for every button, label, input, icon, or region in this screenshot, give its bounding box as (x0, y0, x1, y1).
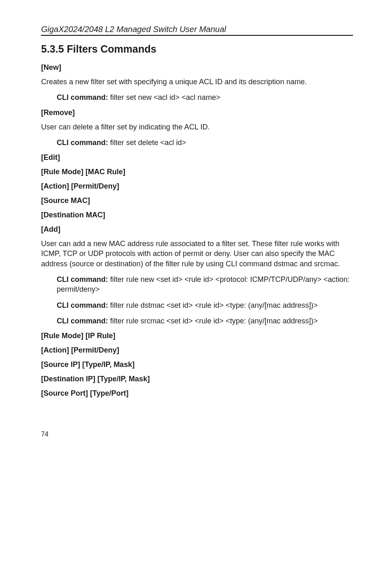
heading-dest-ip: [Destination IP] [Type/IP, Mask] (41, 375, 353, 383)
cli-label: CLI command: (57, 93, 108, 101)
cli-label: CLI command: (57, 138, 108, 147)
heading-add: [Add] (41, 225, 353, 234)
cli-text: filter rule srcmac <set id> <rule id> <t… (108, 317, 318, 325)
heading-new: [New] (41, 63, 353, 72)
heading-source-ip: [Source IP] [Type/IP, Mask] (41, 360, 353, 369)
heading-source-port: [Source Port] [Type/Port] (41, 389, 353, 398)
cli-label: CLI command: (57, 275, 108, 284)
heading-source-mac: [Source MAC] (41, 196, 353, 205)
cli-text: filter set delete <acl id> (108, 138, 186, 147)
heading-edit: [Edit] (41, 153, 353, 162)
heading-rule-mode-mac: [Rule Mode] [MAC Rule] (41, 168, 353, 176)
cli-label: CLI command: (57, 317, 108, 325)
cli-label: CLI command: (57, 301, 108, 309)
cli-text: filter set new <acl id> <acl name> (108, 93, 220, 101)
heading-remove: [Remove] (41, 108, 353, 117)
running-header: GigaX2024/2048 L2 Managed Switch User Ma… (41, 25, 353, 36)
page-number: 74 (41, 431, 353, 438)
cli-text: filter rule dstmac <set id> <rule id> <t… (108, 301, 318, 309)
heading-rule-mode-ip: [Rule Mode] [IP Rule] (41, 332, 353, 340)
heading-dest-mac: [Destination MAC] (41, 211, 353, 219)
cli-add-2: CLI command: filter rule dstmac <set id>… (57, 300, 353, 310)
cli-add-1: CLI command: filter rule new <set id> <r… (57, 274, 353, 295)
desc-new: Creates a new filter set with specifying… (41, 77, 353, 87)
cli-new: CLI command: filter set new <acl id> <ac… (57, 92, 353, 102)
document-page: GigaX2024/2048 L2 Managed Switch User Ma… (0, 0, 392, 454)
section-heading: 5.3.5 Filters Commands (41, 43, 353, 55)
cli-add-3: CLI command: filter rule srcmac <set id>… (57, 316, 353, 326)
cli-remove: CLI command: filter set delete <acl id> (57, 138, 353, 148)
desc-remove: User can delete a filter set by indicati… (41, 122, 353, 132)
heading-action-permit-2: [Action] [Permit/Deny] (41, 346, 353, 355)
heading-action-permit-1: [Action] [Permit/Deny] (41, 182, 353, 191)
desc-add: User can add a new MAC address rule asso… (41, 239, 353, 269)
